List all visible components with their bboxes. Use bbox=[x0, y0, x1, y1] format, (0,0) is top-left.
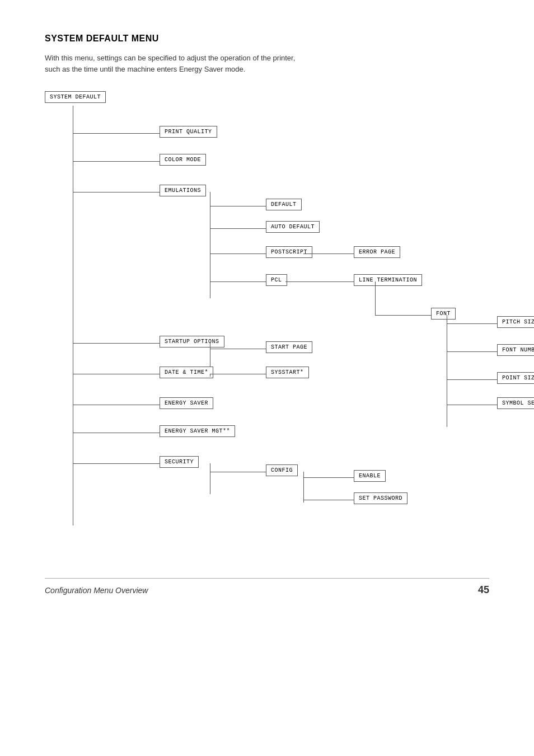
hline-line-term bbox=[285, 281, 354, 282]
footer: Configuration Menu Overview 45 bbox=[45, 578, 489, 596]
box-print-quality: PRINT QUALITY bbox=[160, 126, 217, 138]
vline-pcl-branch bbox=[375, 281, 376, 315]
box-default: DEFAULT bbox=[266, 199, 302, 210]
box-postscript: POSTSCRIPT bbox=[266, 246, 312, 258]
hline-font bbox=[375, 315, 431, 316]
box-energy-saver: ENERGY SAVER bbox=[160, 397, 213, 409]
vline-security bbox=[210, 463, 210, 494]
box-pitch-size: PITCH SIZE bbox=[497, 316, 534, 328]
box-line-termination: LINE TERMINATION bbox=[354, 274, 422, 286]
hline-print-quality bbox=[73, 133, 160, 134]
footer-right: 45 bbox=[478, 584, 489, 596]
hline-error-page bbox=[303, 253, 354, 254]
hline-config bbox=[210, 472, 266, 472]
box-error-page: ERROR PAGE bbox=[354, 246, 400, 258]
hline-startup bbox=[73, 343, 160, 344]
hline-emulations bbox=[73, 192, 160, 192]
hline-point-size bbox=[447, 379, 497, 380]
box-config: CONFIG bbox=[266, 464, 298, 476]
hline-energy-saver-mgt bbox=[73, 433, 160, 433]
box-energy-saver-mgt: ENERGY SAVER MGT** bbox=[160, 425, 235, 437]
box-emulations: EMULATIONS bbox=[160, 185, 206, 196]
box-startup-options: STARTUP OPTIONS bbox=[160, 336, 224, 348]
hline-date-time bbox=[73, 374, 160, 374]
box-start-page: START PAGE bbox=[266, 341, 312, 353]
box-security: SECURITY bbox=[160, 456, 199, 468]
box-sysstart: SYSSTART* bbox=[266, 367, 309, 378]
box-system-default: SYSTEM DEFAULT bbox=[45, 91, 106, 103]
hline-symbol-set bbox=[447, 405, 497, 405]
box-date-time: DATE & TIME* bbox=[160, 367, 213, 378]
page-title: SYSTEM DEFAULT MENU bbox=[45, 34, 489, 44]
hline-default bbox=[210, 206, 266, 206]
vline-emulations bbox=[210, 192, 210, 298]
footer-left: Configuration Menu Overview bbox=[45, 586, 148, 595]
page-description: With this menu, settings can be specifie… bbox=[45, 53, 489, 74]
hline-postscript bbox=[210, 253, 266, 254]
vline-font bbox=[447, 315, 447, 427]
box-symbol-set: SYMBOL SET bbox=[497, 397, 534, 409]
box-enable: ENABLE bbox=[354, 470, 386, 482]
page-container: SYSTEM DEFAULT MENU With this menu, sett… bbox=[0, 0, 534, 756]
diagram: SYSTEM DEFAULT PRINT QUALITY COLOR MODE … bbox=[45, 91, 489, 567]
hline-set-password bbox=[303, 500, 354, 500]
box-point-size: POINT SIZE bbox=[497, 372, 534, 384]
vline-main bbox=[73, 106, 73, 525]
box-font-number: FONT NUMBER bbox=[497, 344, 534, 356]
hline-security bbox=[73, 463, 160, 464]
box-auto-default: AUTO DEFAULT bbox=[266, 221, 320, 233]
hline-font-number bbox=[447, 351, 497, 352]
hline-pcl bbox=[210, 281, 266, 282]
hline-auto-default bbox=[210, 228, 266, 229]
hline-enable bbox=[303, 477, 354, 478]
hline-sysstart bbox=[210, 374, 266, 374]
box-font: FONT bbox=[431, 308, 456, 320]
hline-pitch-size bbox=[447, 323, 497, 324]
hline-color-mode bbox=[73, 161, 160, 162]
box-set-password: SET PASSWORD bbox=[354, 492, 407, 504]
box-pcl: PCL bbox=[266, 274, 287, 286]
box-color-mode: COLOR MODE bbox=[160, 154, 206, 166]
vline-config bbox=[303, 472, 304, 503]
hline-energy-saver bbox=[73, 405, 160, 405]
hline-start-page bbox=[210, 349, 266, 349]
